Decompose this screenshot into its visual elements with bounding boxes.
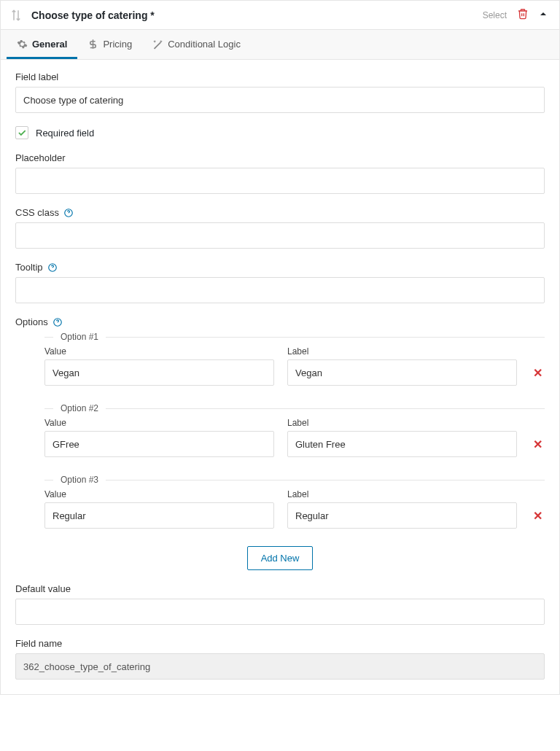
tab-conditional-label: Conditional Logic bbox=[168, 39, 241, 50]
required-row: Required field bbox=[15, 126, 545, 139]
panel-header: Choose type of catering * Select bbox=[1, 1, 559, 29]
tooltip-group: Tooltip bbox=[15, 262, 545, 303]
magic-icon bbox=[152, 39, 163, 50]
field-editor-panel: Choose type of catering * Select General… bbox=[0, 0, 560, 695]
option-label-col: Label bbox=[287, 418, 517, 457]
field-name-title: Field name bbox=[15, 638, 545, 649]
option-value-col: Value bbox=[44, 489, 274, 529]
panel-body: Field label Required field Placeholder C… bbox=[1, 60, 559, 694]
options-group: Options Option #1ValueLabel✕Option #2Val… bbox=[15, 316, 545, 570]
option-label-label: Label bbox=[287, 418, 517, 428]
header-actions: Select bbox=[483, 8, 548, 22]
help-icon[interactable] bbox=[52, 317, 63, 327]
default-value-group: Default value bbox=[15, 583, 545, 625]
field-label-input[interactable] bbox=[15, 87, 545, 113]
option-value-label: Value bbox=[44, 418, 274, 428]
option-label-col: Label bbox=[287, 489, 517, 529]
tab-general-label: General bbox=[32, 39, 67, 50]
option-fieldset: Option #2ValueLabel✕ bbox=[44, 403, 545, 467]
option-legend: Option #2 bbox=[53, 403, 106, 413]
option-value-label: Value bbox=[44, 346, 274, 357]
option-value-input[interactable] bbox=[44, 431, 274, 457]
check-icon bbox=[17, 128, 27, 138]
option-row: ValueLabel✕ bbox=[44, 485, 545, 539]
css-class-label-text: CSS class bbox=[15, 207, 59, 218]
option-row: ValueLabel✕ bbox=[44, 413, 545, 467]
option-row: ValueLabel✕ bbox=[44, 342, 545, 396]
option-fieldset: Option #1ValueLabel✕ bbox=[44, 332, 545, 396]
css-class-title: CSS class bbox=[15, 207, 545, 218]
option-legend: Option #1 bbox=[53, 332, 106, 342]
option-value-label: Value bbox=[44, 489, 274, 499]
option-value-input[interactable] bbox=[44, 502, 274, 529]
default-value-title: Default value bbox=[15, 583, 545, 594]
field-name-group: Field name bbox=[15, 638, 545, 680]
gear-icon bbox=[17, 39, 28, 50]
tab-pricing[interactable]: Pricing bbox=[77, 30, 142, 59]
dollar-icon bbox=[88, 39, 98, 50]
option-fieldset: Option #3ValueLabel✕ bbox=[44, 475, 545, 539]
option-value-input[interactable] bbox=[44, 359, 274, 386]
field-label-group: Field label bbox=[15, 71, 545, 113]
placeholder-input[interactable] bbox=[15, 168, 545, 194]
sort-handle-icon[interactable] bbox=[9, 9, 23, 22]
required-label: Required field bbox=[36, 128, 94, 139]
required-checkbox[interactable] bbox=[15, 126, 28, 139]
collapse-icon[interactable] bbox=[539, 9, 548, 20]
field-name-input[interactable] bbox=[15, 653, 545, 680]
remove-option-icon[interactable]: ✕ bbox=[530, 509, 545, 529]
select-label: Select bbox=[483, 10, 507, 20]
option-label-col: Label bbox=[287, 346, 517, 386]
css-class-group: CSS class bbox=[15, 207, 545, 249]
tabs: General Pricing Conditional Logic bbox=[1, 29, 559, 60]
option-legend: Option #3 bbox=[53, 475, 106, 485]
option-value-col: Value bbox=[44, 418, 274, 457]
add-new-button[interactable]: Add New bbox=[247, 546, 314, 570]
trash-icon[interactable] bbox=[517, 8, 529, 22]
| dev.to data-label-text: Options bbox=[15, 316, 48, 327]
option-label-input[interactable] bbox=[287, 502, 517, 529]
tab-conditional[interactable]: Conditional Logic bbox=[142, 30, 251, 59]
option-label-label: Label bbox=[287, 346, 517, 357]
placeholder-title: Placeholder bbox=[15, 152, 545, 163]
option-label-label: Label bbox=[287, 489, 517, 499]
field-label-title: Field label bbox=[15, 71, 545, 82]
remove-option-icon[interactable]: ✕ bbox=[530, 366, 545, 386]
tab-general[interactable]: General bbox=[7, 30, 77, 59]
remove-option-icon[interactable]: ✕ bbox=[530, 437, 545, 457]
add-new-wrap: Add New bbox=[15, 546, 545, 570]
option-label-input[interactable] bbox=[287, 431, 517, 457]
option-value-col: Value bbox=[44, 346, 274, 386]
default-value-input[interactable] bbox=[15, 599, 545, 625]
help-icon[interactable] bbox=[63, 208, 74, 218]
panel-title: Choose type of catering * bbox=[31, 9, 483, 21]
options-title: Options bbox=[15, 316, 545, 327]
option-label-input[interactable] bbox=[287, 359, 517, 386]
tooltip-title: Tooltip bbox=[15, 262, 545, 273]
placeholder-group: Placeholder bbox=[15, 152, 545, 194]
tab-pricing-label: Pricing bbox=[103, 39, 132, 50]
help-icon[interactable] bbox=[47, 262, 58, 273]
css-class-input[interactable] bbox=[15, 222, 545, 249]
options-list: Option #1ValueLabel✕Option #2ValueLabel✕… bbox=[15, 332, 545, 539]
tooltip-label-text: Tooltip bbox=[15, 262, 43, 273]
tooltip-input[interactable] bbox=[15, 277, 545, 303]
